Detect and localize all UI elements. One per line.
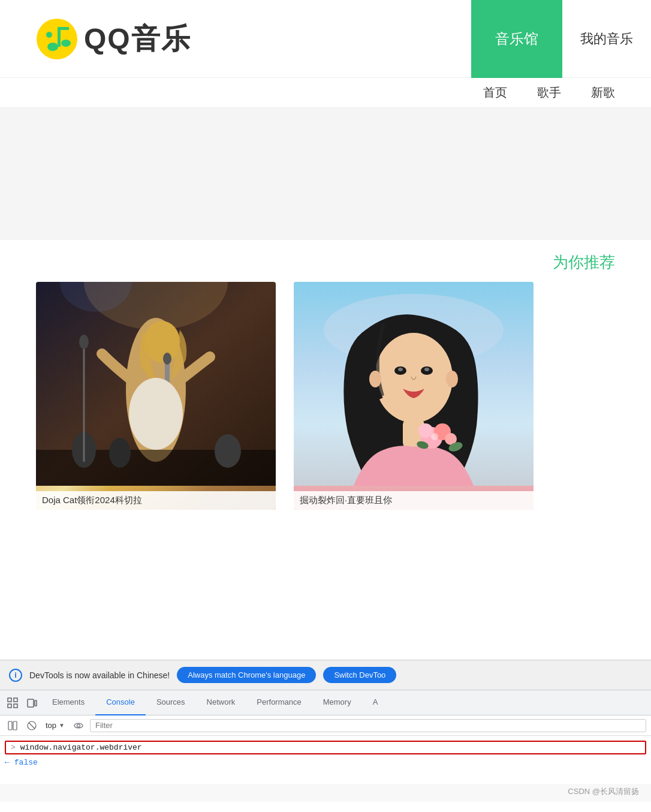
svg-point-29: [446, 371, 458, 387]
secondary-nav: 首页 歌手 新歌: [0, 78, 651, 108]
svg-point-14: [129, 378, 183, 450]
console-command-text: window.navigator.webdriver: [20, 743, 142, 752]
site-header: QQ音乐 音乐馆 我的音乐: [0, 0, 651, 78]
clear-console-icon[interactable]: [24, 718, 40, 733]
tab-console[interactable]: Console: [95, 690, 146, 715]
nav-home[interactable]: 首页: [483, 85, 507, 101]
card2-caption: 掘动裂炸回·直要班且你: [294, 491, 534, 510]
devtools-notification-text: DevTools is now available in Chinese!: [29, 670, 170, 680]
svg-rect-44: [8, 721, 12, 730]
svg-point-20: [79, 335, 89, 349]
switch-devtools-button[interactable]: Switch DevToo: [323, 667, 396, 683]
svg-line-47: [29, 723, 35, 729]
console-result-line: ← false: [0, 757, 651, 768]
svg-point-1: [47, 43, 58, 51]
svg-point-18: [215, 434, 241, 468]
tab-sources[interactable]: Sources: [146, 690, 196, 715]
svg-rect-45: [13, 721, 17, 730]
console-toolbar: top ▼: [0, 715, 651, 736]
svg-point-33: [418, 423, 433, 438]
filter-input[interactable]: [90, 719, 646, 732]
website-area: QQ音乐 音乐馆 我的音乐 首页 歌手 新歌 为你推荐: [0, 0, 651, 660]
svg-rect-38: [8, 698, 11, 702]
console-result-value: false: [14, 758, 38, 767]
cards-row: Doja Cat领衔2024科切拉: [36, 282, 615, 510]
card-performer[interactable]: Doja Cat领衔2024科切拉: [36, 282, 276, 510]
tab-elements[interactable]: Elements: [41, 690, 95, 715]
context-value: top: [46, 721, 56, 730]
svg-rect-4: [58, 27, 69, 30]
primary-nav: 音乐馆 我的音乐: [471, 0, 651, 78]
devtools-tabs: Elements Console Sources Network Perform…: [0, 690, 651, 715]
devtools-footer: CSDN @长风清留扬: [0, 784, 651, 802]
svg-rect-40: [14, 698, 17, 702]
svg-rect-42: [28, 699, 34, 707]
console-prompt: >: [11, 743, 16, 752]
csdn-watermark: CSDN @长风清留扬: [568, 786, 639, 797]
eye-icon[interactable]: [71, 718, 86, 733]
recommend-title: 为你推荐: [36, 252, 615, 273]
nav-item-my-music[interactable]: 我的音乐: [562, 0, 651, 78]
svg-point-27: [424, 368, 429, 371]
logo-icon: [36, 18, 78, 60]
tab-more[interactable]: A: [362, 690, 389, 715]
console-command-line: > window.navigator.webdriver: [5, 741, 646, 754]
logo-area: QQ音乐: [0, 18, 471, 60]
device-toolbar-icon[interactable]: [22, 693, 41, 712]
banner-area: [0, 108, 651, 240]
svg-point-13: [163, 353, 171, 365]
context-selector[interactable]: top ▼: [43, 720, 67, 731]
logo-text: QQ音乐: [84, 20, 191, 58]
devtools-panel: Elements Console Sources Network Perform…: [0, 690, 651, 802]
sidebar-toggle-icon[interactable]: [5, 718, 20, 733]
tab-memory[interactable]: Memory: [312, 690, 362, 715]
card-portrait[interactable]: 掘动裂炸回·直要班且你: [294, 282, 534, 510]
svg-point-35: [431, 433, 438, 440]
nav-new[interactable]: 新歌: [591, 85, 615, 101]
tab-network[interactable]: Network: [196, 690, 246, 715]
svg-rect-39: [8, 704, 11, 708]
inspect-element-icon[interactable]: [3, 693, 22, 712]
recommend-section: 为你推荐: [0, 240, 651, 522]
console-output: > window.navigator.webdriver ← false: [0, 736, 651, 784]
svg-point-6: [46, 32, 52, 38]
svg-rect-41: [14, 704, 17, 708]
svg-point-0: [37, 19, 77, 59]
svg-point-26: [398, 368, 403, 371]
info-icon: i: [9, 669, 22, 682]
context-dropdown-arrow: ▼: [59, 722, 65, 729]
match-language-button[interactable]: Always match Chrome's language: [177, 667, 316, 683]
nav-artist[interactable]: 歌手: [537, 85, 561, 101]
nav-item-active[interactable]: 音乐馆: [471, 0, 562, 78]
svg-point-49: [77, 724, 80, 727]
svg-rect-43: [35, 700, 37, 706]
devtools-notification-bar: i DevTools is now available in Chinese! …: [0, 660, 651, 690]
card1-caption: Doja Cat领衔2024科切拉: [36, 491, 276, 510]
svg-point-23: [375, 333, 453, 423]
tab-performance[interactable]: Performance: [246, 690, 312, 715]
svg-point-2: [61, 40, 71, 47]
console-result-arrow: ←: [5, 758, 10, 767]
svg-point-28: [369, 371, 381, 387]
svg-point-17: [109, 438, 131, 468]
